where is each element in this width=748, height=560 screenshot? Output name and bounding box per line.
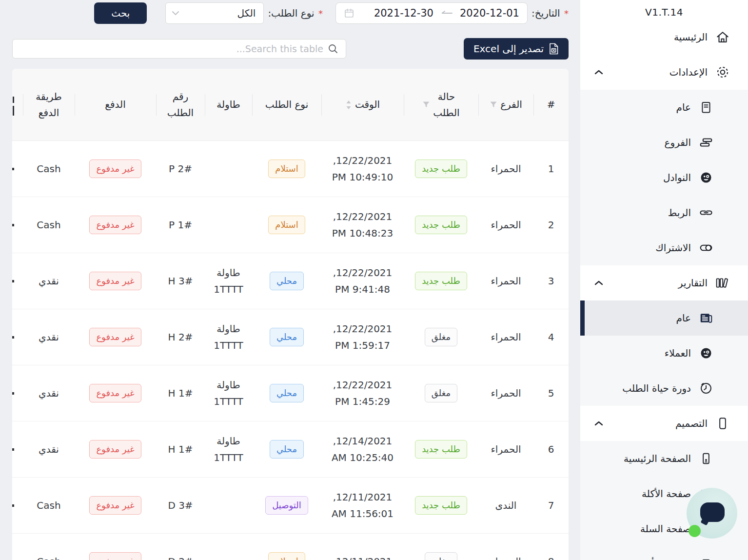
branch-cell: الحمراء xyxy=(478,365,533,421)
payment-cell: غير مدفوع xyxy=(75,534,156,560)
status-badge: مغلق xyxy=(425,328,457,346)
table-row[interactable]: 1الحمراءطلب جديد12/22/2021,10:49:10 PMاس… xyxy=(12,141,569,197)
col-header-method: طريقةالدفع xyxy=(23,69,75,141)
time-cell: 12/11/2021,11:56:01 AM xyxy=(321,478,404,534)
branch-cell: الحمراء xyxy=(478,309,533,365)
filter-funnel-icon[interactable] xyxy=(422,101,430,108)
order_no-cell: D 3# xyxy=(156,478,205,534)
col-header-time[interactable]: الوقت xyxy=(321,69,404,141)
date-filter-label: * التاريخ: xyxy=(531,7,569,19)
sidebar-item-label: العملاء xyxy=(665,347,691,359)
sidebar-item-face[interactable]: العملاء xyxy=(580,336,748,371)
sidebar-item-gear[interactable]: الإعدادات xyxy=(580,55,748,90)
table-row[interactable]: 2الحمراءطلب جديد12/22/2021,10:48:23 PMاس… xyxy=(12,197,569,253)
table-cell xyxy=(205,197,252,253)
branch-cell: الحمراء xyxy=(478,197,533,253)
face-icon xyxy=(698,171,714,184)
status-cell: طلب جديد xyxy=(404,478,478,534)
sidebar-item-check[interactable]: صفحة التأكيد xyxy=(580,546,748,560)
order_type-cell: محلي xyxy=(252,309,321,365)
table-row[interactable]: 7الندىطلب جديد12/11/2021,11:56:01 AMالتو… xyxy=(12,478,569,534)
payment-badge: غير مدفوع xyxy=(89,272,141,290)
sidebar-item-phone[interactable]: التصميم xyxy=(580,406,748,441)
table-row[interactable]: 5الحمراءمغلق12/22/2021,1:45:29 PMمحليطاو… xyxy=(12,365,569,421)
time-cell: 12/22/2021,1:45:29 PM xyxy=(321,365,404,421)
time-cell: 12/11/2021, xyxy=(321,534,404,560)
payment-badge: غير مدفوع xyxy=(89,440,141,459)
num-cell: 1 xyxy=(533,141,569,197)
range-arrow-icon xyxy=(440,10,453,16)
col-header-label: طريقةالدفع xyxy=(36,89,61,121)
order_type-cell: استلام xyxy=(252,197,321,253)
payment-badge: غير مدفوع xyxy=(89,216,141,234)
order_type-cell: محلي xyxy=(252,421,321,478)
clipped-column-sliver xyxy=(12,336,14,339)
col-header-label: حالةالطلب xyxy=(433,89,459,121)
clipped-column-sliver xyxy=(12,280,14,282)
phone-icon xyxy=(715,416,730,431)
sidebar-item-phonepage[interactable]: الصفحة الرئيسية xyxy=(580,441,748,476)
sidebar-item-doc[interactable]: عام xyxy=(580,90,748,125)
sidebar-item-face[interactable]: النوادل xyxy=(580,160,748,195)
order-type-badge: استلام xyxy=(268,216,305,234)
table-row[interactable]: 6الحمراءطلب جديد12/14/2021,10:25:40 AMمح… xyxy=(12,421,569,478)
sidebar-item-toggle[interactable]: الاشتراك xyxy=(580,230,748,265)
table-row[interactable]: 3الحمراءطلب جديد12/22/2021,9:41:48 PMمحل… xyxy=(12,253,569,309)
filter-funnel-icon[interactable] xyxy=(490,101,497,108)
branches-icon xyxy=(698,135,714,150)
order_no-cell: P 2# xyxy=(156,141,205,197)
date-from-value[interactable]: 2020-12-01 xyxy=(460,7,519,19)
num-cell: 2 xyxy=(533,197,569,253)
order-type-selected-value: الكل xyxy=(237,7,256,19)
search-button[interactable]: بحث xyxy=(94,2,147,24)
sidebar-item-news[interactable]: عام xyxy=(580,300,748,336)
sidebar-item-label: التقارير xyxy=(678,277,708,289)
payment-cell: غير مدفوع xyxy=(75,421,156,478)
sidebar-item-label: عام xyxy=(676,101,691,113)
order_type-cell: التوصيل xyxy=(252,478,321,534)
table-row[interactable]: 8الحمراءمغلق12/11/2021,استلامD 2#غير مدف… xyxy=(12,534,569,560)
filter-bar: * التاريخ: 2020-12-01 2021-12-30 * نوع ا… xyxy=(0,0,580,24)
col-header-branch[interactable]: الفرع xyxy=(478,69,533,141)
num-cell: 5 xyxy=(533,365,569,421)
sidebar-item-clock[interactable]: دورة حياة الطلب xyxy=(580,371,748,406)
time-cell: 12/14/2021,10:25:40 AM xyxy=(321,421,404,478)
export-excel-button[interactable]: تصدير إلى Excel xyxy=(464,38,569,60)
order-type-select[interactable]: الكل xyxy=(165,2,264,24)
sidebar-item-link[interactable]: الربط xyxy=(580,195,748,230)
sidebar-item-books[interactable]: التقارير xyxy=(580,265,748,300)
clipped-cell xyxy=(12,141,23,197)
sidebar-item-label: الصفحة الرئيسية xyxy=(624,453,691,464)
branch-cell: الحمراء xyxy=(478,141,533,197)
payment-cell: غير مدفوع xyxy=(75,309,156,365)
orders-table-card: #الفرعحالةالطلبالوقتنوع الطلبطاولةرقمالط… xyxy=(12,69,569,560)
sidebar-item-label: عام xyxy=(676,312,691,324)
num-cell: 6 xyxy=(533,421,569,478)
chevron-up-icon xyxy=(594,69,604,75)
order_no-cell: D 2# xyxy=(156,534,205,560)
chat-widget[interactable] xyxy=(687,488,737,539)
face-icon xyxy=(698,346,714,360)
toggle-icon xyxy=(698,240,714,255)
date-to-value[interactable]: 2021-12-30 xyxy=(374,7,433,19)
col-header-label: الدفع xyxy=(105,97,125,113)
date-range-picker[interactable]: 2020-12-01 2021-12-30 xyxy=(335,2,528,24)
sidebar-item-branches[interactable]: الفروع xyxy=(580,125,748,160)
order-type-badge: محلي xyxy=(270,440,304,459)
method-cell: نقدي xyxy=(23,309,75,365)
table-cell: طاولة1TTTT xyxy=(205,309,252,365)
method-cell: Cash xyxy=(23,141,75,197)
table-row[interactable]: 4الحمراءمغلق12/22/2021,1:59:17 PMمحليطاو… xyxy=(12,309,569,365)
order-type-badge: استلام xyxy=(268,160,305,178)
col-header-status[interactable]: حالةالطلب xyxy=(404,69,478,141)
payment-badge: غير مدفوع xyxy=(89,496,141,515)
sidebar: V1.T.14 الرئيسيةالإعداداتعامالفروعالنواد… xyxy=(580,0,748,560)
table-search-input[interactable] xyxy=(12,39,346,59)
time-cell: 12/22/2021,1:59:17 PM xyxy=(321,309,404,365)
payment-cell: غير مدفوع xyxy=(75,197,156,253)
col-header-clipped xyxy=(12,69,23,141)
status-badge: طلب جديد xyxy=(415,496,467,515)
sort-carets-icon[interactable] xyxy=(345,100,352,110)
phonepage-icon xyxy=(698,451,714,466)
sidebar-item-home[interactable]: الرئيسية xyxy=(580,20,748,55)
